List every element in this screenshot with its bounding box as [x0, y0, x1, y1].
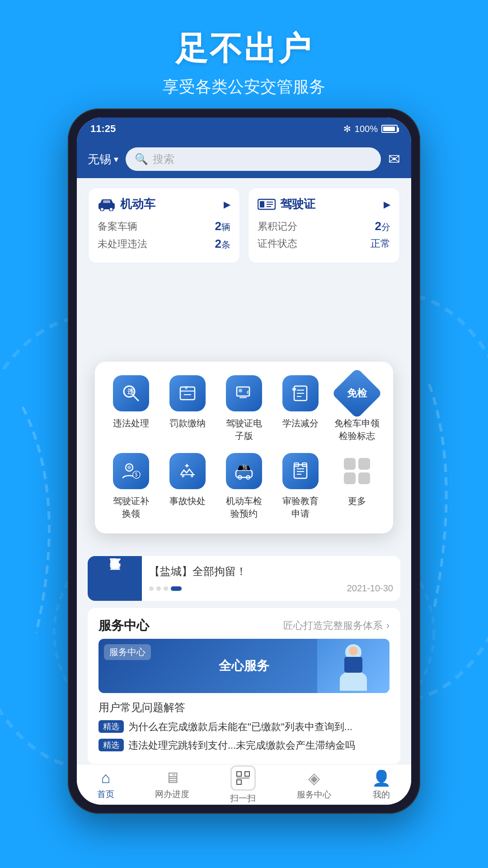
motor-violation-value: 2条 [215, 237, 230, 251]
accident-icon: ✦ [169, 453, 206, 489]
service-item-license-elec[interactable]: e 驾驶证电 子版 [219, 375, 270, 442]
svg-point-22 [239, 389, 242, 392]
service-item-exempt[interactable]: 免检 免检车申领 检验标志 [331, 375, 382, 442]
service-label-review: 审验教育 申请 [282, 495, 319, 520]
service-item-inspection[interactable]: 预 机动车检 验预约 [219, 453, 270, 520]
header-section: 足不出户 享受各类公安交管服务 [0, 27, 488, 98]
mail-icon[interactable]: ✉ [388, 151, 400, 168]
svg-rect-52 [237, 780, 241, 784]
svg-rect-29 [292, 388, 296, 391]
home-icon: ⌂ [101, 769, 111, 787]
inspection-icon: 预 [226, 453, 262, 489]
faq-section: 用户常见问题解答 精选 为什么在完成缴款后未能在"已缴款"列表中查询到... 精… [88, 693, 400, 764]
notif-content: 【盐城】全部拘留！ 2021-10-30 [142, 556, 400, 601]
nav-progress[interactable]: 🖥 网办进度 [155, 769, 189, 800]
exempt-icon: 免检 [339, 375, 375, 411]
services-grid: 违 违法处理 ¥ 罚款缴纳 [106, 375, 382, 520]
service-item-review[interactable]: 审验教育 申请 [275, 453, 326, 520]
license-card-title-row: 驾驶证 [258, 196, 315, 212]
notif-date: 2021-10-30 [347, 583, 393, 594]
license-card[interactable]: 驾驶证 ▶ 累积记分 2分 证件状态 正常 [248, 187, 400, 264]
motor-card-title-row: 机动车 [98, 196, 155, 212]
svg-point-31 [127, 466, 131, 469]
notif-left-bg: 重要通知 [88, 556, 142, 601]
service-label-license-elec: 驾驶证电 子版 [226, 417, 262, 442]
city-selector[interactable]: 无锡 ▾ [88, 151, 118, 167]
notif-footer: 2021-10-30 [149, 583, 393, 594]
svg-text:$: $ [135, 472, 138, 478]
service-label-fine: 罚款缴纳 [169, 417, 206, 429]
faq-item-1[interactable]: 精选 为什么在完成缴款后未能在"已缴款"列表中查询到... [99, 720, 389, 734]
motor-violation-row: 未处理违法 2条 [98, 237, 230, 251]
battery-icon [381, 125, 398, 133]
license-points-value: 2分 [375, 219, 390, 233]
notif-dots [149, 586, 182, 591]
service-center-subtitle-row: 匠心打造完整服务体系 › [283, 619, 389, 632]
svg-text:e: e [247, 388, 250, 396]
nav-mine-label: 我的 [373, 789, 390, 801]
license-icon [258, 197, 276, 212]
nav-home-label: 首页 [97, 788, 114, 800]
search-placeholder: 搜索 [153, 152, 174, 166]
service-label-study: 学法减分 [282, 417, 319, 429]
nav-service[interactable]: ◈ 服务中心 [297, 769, 331, 801]
svg-rect-24 [239, 397, 247, 398]
nav-home[interactable]: ⌂ 首页 [97, 769, 114, 800]
faq-item-2[interactable]: 精选 违法处理完跳转到支付...未完成缴款会产生滞纳金吗 [99, 739, 389, 753]
search-bar[interactable]: 🔍 搜索 [126, 147, 381, 171]
license-status-value: 正常 [371, 237, 390, 250]
phone-screen: 11:25 ✻ 100% 无锡 ▾ 🔍 搜索 ✉ [77, 118, 411, 805]
service-label-inspection: 机动车检 验预约 [226, 495, 262, 520]
dot-1 [149, 586, 154, 591]
dot-3 [164, 586, 168, 591]
svg-point-35 [191, 475, 193, 477]
header-subtitle: 享受各类公安交管服务 [0, 76, 488, 98]
service-item-fine[interactable]: ¥ 罚款缴纳 [162, 375, 213, 442]
services-card: 违 违法处理 ¥ 罚款缴纳 [95, 362, 393, 533]
service-label-reissue: 驾驶证补 换领 [113, 495, 149, 520]
notification-banner[interactable]: 重要通知 【盐城】全部拘留！ 2021-10-30 [88, 556, 400, 601]
faq-badge-2: 精选 [99, 739, 124, 751]
service-center-arrow[interactable]: › [386, 620, 389, 632]
more-icon [339, 453, 375, 489]
user-icon: 👤 [372, 769, 391, 787]
service-item-accident[interactable]: ✦ 事故快处 [162, 453, 213, 520]
service-item-study[interactable]: 学法减分 [275, 375, 326, 442]
service-item-violation[interactable]: 违 违法处理 [106, 375, 157, 442]
svg-text:¥: ¥ [184, 385, 188, 391]
service-banner-text: 全心服务 [219, 657, 269, 675]
motor-filed-value: 2辆 [215, 219, 230, 233]
license-card-header: 驾驶证 ▶ [258, 196, 390, 212]
service-banner-person [317, 639, 389, 693]
phone-mockup: 11:25 ✻ 100% 无锡 ▾ 🔍 搜索 ✉ [68, 108, 420, 814]
svg-point-6 [100, 208, 104, 211]
faq-badge-1: 精选 [99, 720, 124, 733]
service-banner[interactable]: 服务中心 全心服务 [99, 639, 389, 693]
status-bar: 11:25 ✻ 100% [77, 118, 411, 140]
svg-text:✦: ✦ [184, 462, 190, 470]
content-area: 重要通知 【盐城】全部拘留！ 2021-10-30 [77, 556, 411, 772]
service-center-section: 服务中心 匠心打造完整服务体系 › 服务中心 全心服务 [88, 608, 400, 764]
nav-mine[interactable]: 👤 我的 [372, 769, 391, 801]
nav-progress-label: 网办进度 [155, 788, 189, 800]
motor-filed-label: 备案车辆 [98, 220, 137, 233]
dot-4-active [171, 586, 182, 591]
service-center-title: 服务中心 [99, 617, 149, 634]
svg-rect-50 [237, 772, 241, 776]
service-item-reissue[interactable]: $ 驾驶证补 换领 [106, 453, 157, 520]
faq-title: 用户常见问题解答 [99, 700, 389, 715]
svg-line-15 [133, 396, 138, 401]
svg-text:预: 预 [242, 464, 248, 471]
motor-card-arrow: ▶ [224, 199, 230, 210]
monitor-icon: 🖥 [164, 769, 180, 787]
nav-scan[interactable]: 扫一扫 [230, 765, 256, 804]
search-icon: 🔍 [135, 153, 148, 165]
svg-rect-51 [245, 772, 249, 776]
service-banner-badge: 服务中心 [104, 644, 151, 660]
faq-text-1: 为什么在完成缴款后未能在"已缴款"列表中查询到... [128, 720, 352, 734]
motor-card[interactable]: 机动车 ▶ 备案车辆 2辆 未处理违法 2条 [88, 187, 240, 264]
service-label-more: 更多 [348, 495, 366, 507]
service-item-more[interactable]: 更多 [331, 453, 382, 520]
reissue-icon: $ [113, 453, 149, 489]
service-label-violation: 违法处理 [113, 417, 149, 429]
